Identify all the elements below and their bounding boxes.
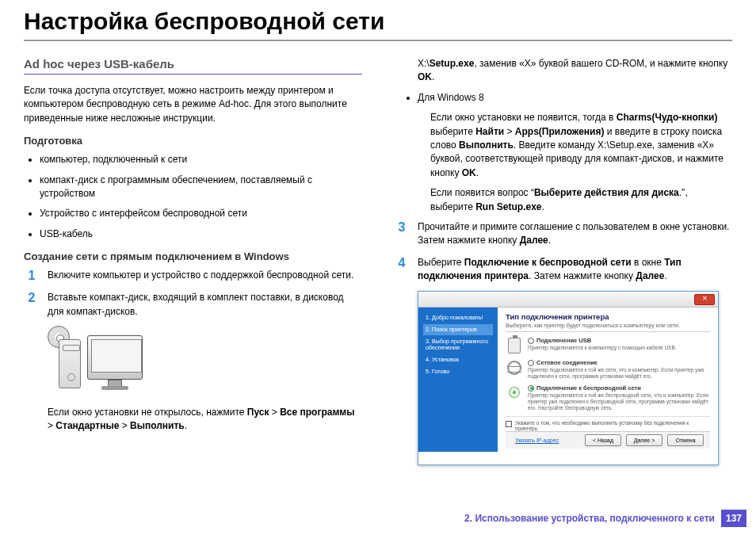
sidebar-item: 4. Установка bbox=[423, 354, 493, 365]
option-wireless: ⦿ Подключение к беспроводной сети Принте… bbox=[506, 384, 710, 411]
sidebar-item: 3. Выбор программного обеспечения bbox=[423, 336, 493, 353]
monitor-base-icon bbox=[101, 386, 128, 390]
step-number: 1 bbox=[24, 269, 40, 283]
title-divider bbox=[24, 40, 732, 41]
page-number: 137 bbox=[721, 510, 746, 527]
globe-icon bbox=[506, 359, 523, 376]
section-divider bbox=[24, 74, 362, 75]
cancel-button: Отмена bbox=[667, 434, 704, 446]
page-title: Настройка беспроводной сети bbox=[24, 8, 732, 35]
step-2: 2 Вставьте компакт-диск, входящий в комп… bbox=[24, 291, 362, 319]
win8-para1: Если окно установки не появится, тогда в… bbox=[394, 111, 732, 180]
section-heading: Ad hoc через USB-кабель bbox=[24, 57, 362, 71]
dialog-sidebar: 1. Добро пожаловать! 2. Поиск принтеров … bbox=[418, 308, 498, 452]
option-network: Сетевое соединение Принтер подключается … bbox=[506, 359, 710, 380]
step-3: 3 Прочитайте и примите соглашение с поль… bbox=[394, 220, 732, 248]
prep-list: компьютер, подключенный к сети компакт-д… bbox=[24, 153, 362, 241]
option-usb: Подключение USB Принтер подключается к к… bbox=[506, 337, 710, 354]
run-path-note: Если окно установки не открылось, нажмит… bbox=[24, 406, 362, 434]
wifi-icon: ⦿ bbox=[506, 384, 523, 402]
step-1: 1 Включите компьютер и устройство с подд… bbox=[24, 269, 362, 283]
checkbox-icon bbox=[506, 421, 512, 427]
radio-icon bbox=[528, 338, 534, 344]
win8-para2: Если появится вопрос “Выберите действия … bbox=[394, 186, 732, 214]
subheading-create: Создание сети с прямым подключением в Wi… bbox=[24, 250, 362, 262]
dialog-button-bar: Указать IP-адрес < Назад Далее > Отмена bbox=[506, 431, 710, 449]
installer-dialog-screenshot: 1. Добро пожаловать! 2. Поиск принтеров … bbox=[418, 291, 719, 465]
setup-cmd-line: X:\Setup.exe, заменив «X» буквой вашего … bbox=[394, 57, 732, 85]
step-4: 4 Выберите Подключение к беспроводной се… bbox=[394, 256, 732, 284]
list-item: Для Windows 8 bbox=[418, 91, 732, 105]
step-number: 4 bbox=[394, 256, 410, 284]
dialog-checkbox-row: Укажите о том, что необходимо выполнить … bbox=[506, 416, 710, 431]
sidebar-item: 2. Поиск принтеров bbox=[423, 324, 493, 335]
step-text: Вставьте компакт-диск, входящий в компле… bbox=[48, 291, 362, 319]
pc-tower-icon bbox=[59, 339, 81, 388]
list-item: компакт-диск с программным обеспечением,… bbox=[40, 174, 362, 201]
step-text: Прочитайте и примите соглашение с пользо… bbox=[418, 220, 732, 248]
sidebar-item: 5. Готово bbox=[423, 366, 493, 377]
list-item: USB-кабель bbox=[40, 227, 362, 241]
close-icon bbox=[694, 294, 715, 305]
dialog-main: Тип подключения принтера Выберите, как п… bbox=[498, 308, 718, 452]
step-text: Выберите Подключение к беспроводной сети… bbox=[418, 256, 732, 284]
page-footer: 2. Использование устройства, подключенно… bbox=[464, 510, 746, 527]
footer-section-label: 2. Использование устройства, подключенно… bbox=[464, 513, 715, 524]
dialog-subheading: Выберите, как принтер будет подключаться… bbox=[506, 323, 710, 332]
next-button: Далее > bbox=[626, 434, 662, 446]
dialog-heading: Тип подключения принтера bbox=[506, 312, 710, 321]
ip-link: Указать IP-адрес bbox=[515, 438, 559, 443]
intro-paragraph: Если точка доступа отсутствует, можно на… bbox=[24, 84, 362, 125]
step-number: 3 bbox=[394, 220, 410, 248]
sidebar-item: 1. Добро пожаловать! bbox=[423, 312, 493, 323]
radio-icon bbox=[528, 385, 534, 392]
subheading-prep: Подготовка bbox=[24, 135, 362, 147]
back-button: < Назад bbox=[585, 434, 621, 446]
dialog-titlebar bbox=[418, 292, 718, 308]
step-number: 2 bbox=[24, 291, 40, 319]
left-column: Ad hoc через USB-кабель Если точка досту… bbox=[24, 57, 362, 465]
radio-icon bbox=[528, 360, 534, 366]
list-item: Устройство с интерфейсом беспроводной се… bbox=[40, 207, 362, 220]
computer-cd-illustration bbox=[48, 327, 151, 398]
list-item: компьютер, подключенный к сети bbox=[40, 153, 362, 166]
usb-icon bbox=[506, 337, 523, 354]
right-column: X:\Setup.exe, заменив «X» буквой вашего … bbox=[394, 57, 732, 465]
step-text: Включите компьютер и устройство с поддер… bbox=[48, 269, 362, 283]
monitor-icon bbox=[87, 335, 143, 380]
win8-bullet: Для Windows 8 bbox=[394, 91, 732, 105]
